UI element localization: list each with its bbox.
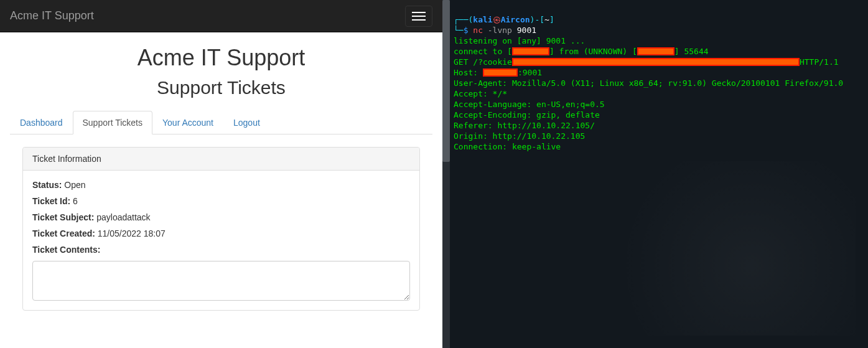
term-line-conn: Connection: keep-alive	[454, 142, 561, 151]
ticket-subject-value: payloadattack	[94, 212, 150, 222]
redacted-block	[512, 58, 800, 66]
cmd-bin: nc	[473, 26, 487, 35]
ticket-created-value: 11/05/2022 18:07	[95, 228, 166, 238]
term-line-get-a: GET /?cookie	[454, 57, 512, 67]
cmd-flags: -lvnp	[488, 26, 512, 35]
tab-support-tickets[interactable]: Support Tickets	[73, 111, 153, 134]
nav-tabs: Dashboard Support Tickets Your Account L…	[10, 111, 432, 134]
page-subtitle: Support Tickets	[10, 77, 432, 98]
hamburger-menu-button[interactable]	[405, 6, 432, 27]
ticket-id-label: Ticket Id:	[32, 196, 70, 206]
term-line-orig: Origin: http://10.10.22.105	[454, 131, 585, 141]
prompt-close: ]	[549, 15, 554, 24]
ticket-subject-label: Ticket Subject:	[32, 212, 94, 222]
prompt-box-l: ┌──(	[454, 15, 473, 24]
ticket-status-row: Status: Open	[32, 180, 410, 190]
ticket-created-label: Ticket Created:	[32, 228, 95, 238]
prompt-user: kali	[473, 15, 492, 24]
term-line-ref: Referer: http://10.10.22.105/	[454, 121, 595, 130]
panel-heading: Ticket Information	[23, 148, 419, 171]
terminal-output[interactable]: ┌──(kali㉿Aircon)-[~] └─$ nc -lvnp 9001 l…	[454, 4, 864, 162]
ticket-created-row: Ticket Created: 11/05/2022 18:07	[32, 228, 410, 238]
navbar: Acme IT Support	[0, 0, 442, 32]
prompt-skull-icon: ㉿	[493, 15, 501, 24]
ticket-id-value: 6	[70, 196, 78, 206]
page-title: Acme IT Support	[10, 45, 432, 71]
term-line-ua: User-Agent: Mozilla/5.0 (X11; Linux x86_…	[454, 78, 843, 88]
ticket-contents-row: Ticket Contents:	[32, 245, 410, 255]
term-line-host-a: Host:	[454, 68, 483, 77]
web-app-pane: Acme IT Support Acme IT Support Support …	[0, 0, 442, 348]
panel-body: Status: Open Ticket Id: 6 Ticket Subject…	[23, 171, 419, 310]
term-line-get-b: HTTP/1.1	[800, 57, 839, 67]
terminal-scrollbar-track[interactable]	[442, 0, 450, 348]
term-line-aenc: Accept-Encoding: gzip, deflate	[454, 110, 600, 120]
cmd-args: 9001	[512, 26, 536, 35]
redacted-block	[512, 47, 549, 55]
term-line-listening: listening on [any] 9001 ...	[454, 36, 585, 45]
ticket-status-value: Open	[62, 180, 85, 190]
redacted-block	[637, 47, 674, 55]
term-line-connect-a: connect to [	[454, 47, 512, 56]
tab-dashboard[interactable]: Dashboard	[10, 111, 73, 134]
kali-dragon-watermark	[594, 161, 856, 336]
ticket-contents-textarea[interactable]	[32, 261, 410, 301]
ticket-id-row: Ticket Id: 6	[32, 196, 410, 206]
ticket-panel: Ticket Information Status: Open Ticket I…	[22, 147, 420, 311]
prompt-host: Aircon	[501, 15, 530, 24]
prompt-branch: └─	[454, 26, 464, 35]
ticket-contents-label: Ticket Contents:	[32, 245, 100, 255]
tab-your-account[interactable]: Your Account	[152, 111, 223, 134]
term-line-host-b: :9001	[518, 68, 542, 77]
prompt-box-r: )-[	[530, 15, 544, 24]
prompt-sigil: $	[464, 26, 474, 35]
prompt-cwd: ~	[544, 15, 549, 24]
term-line-accept: Accept: */*	[454, 89, 507, 98]
tab-logout[interactable]: Logout	[223, 111, 270, 134]
term-line-connect-b: ] from (UNKNOWN) [	[549, 47, 637, 56]
terminal-pane[interactable]: ┌──(kali㉿Aircon)-[~] └─$ nc -lvnp 9001 l…	[442, 0, 868, 348]
navbar-brand[interactable]: Acme IT Support	[10, 9, 94, 22]
ticket-subject-row: Ticket Subject: payloadattack	[32, 212, 410, 222]
terminal-scrollbar-thumb[interactable]	[442, 0, 450, 162]
term-line-alang: Accept-Language: en-US,en;q=0.5	[454, 100, 605, 109]
ticket-status-label: Status:	[32, 180, 62, 190]
redacted-block	[483, 68, 518, 77]
term-line-connect-c: ] 55644	[674, 47, 709, 56]
